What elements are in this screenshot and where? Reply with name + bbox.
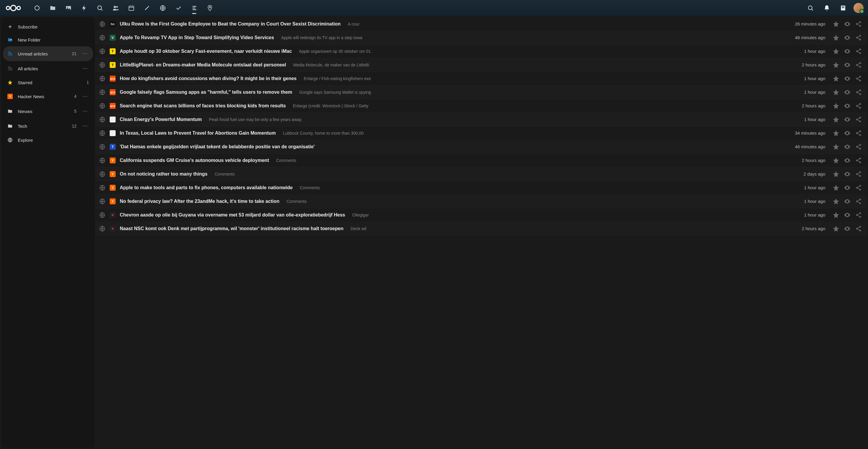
article-excerpt: Comments — [300, 185, 797, 190]
article-row[interactable]: arsHow do kingfishers avoid concussions … — [95, 72, 867, 85]
star-icon[interactable] — [832, 224, 840, 233]
app-tasks[interactable] — [171, 1, 186, 15]
sidebar-item-explore[interactable]: Explore — [3, 133, 93, 147]
share-icon[interactable] — [855, 20, 863, 28]
sidebar-item-hn[interactable]: YHacker News4 — [3, 89, 93, 104]
share-icon[interactable] — [855, 102, 863, 110]
eye-icon[interactable] — [843, 211, 851, 219]
eye-icon[interactable] — [843, 197, 851, 206]
more-icon[interactable] — [81, 122, 89, 130]
more-icon[interactable] — [81, 65, 89, 72]
share-icon[interactable] — [855, 170, 863, 178]
app-search-app[interactable] — [92, 1, 107, 15]
star-icon[interactable] — [832, 211, 840, 219]
sidebar-item-unread[interactable]: Unread articles21 — [3, 46, 93, 61]
app-world[interactable] — [155, 1, 170, 15]
star-icon[interactable] — [832, 129, 840, 137]
share-icon[interactable] — [855, 184, 863, 192]
share-icon[interactable] — [855, 224, 863, 233]
star-icon[interactable] — [832, 143, 840, 151]
eye-icon[interactable] — [843, 61, 851, 69]
subscribe-button[interactable]: Subscribe — [3, 20, 93, 33]
eye-icon[interactable] — [843, 170, 851, 178]
eye-icon[interactable] — [843, 88, 851, 96]
app-dashboard[interactable] — [30, 1, 44, 15]
star-icon[interactable] — [832, 61, 840, 69]
eye-icon[interactable] — [843, 47, 851, 56]
star-icon[interactable] — [832, 74, 840, 83]
article-row[interactable]: YCalifornia suspends GM Cruise's autonom… — [95, 154, 867, 167]
star-icon[interactable] — [832, 184, 840, 192]
article-row[interactable]: YOn not noticing rather too many thingsC… — [95, 167, 867, 181]
app-contacts[interactable] — [108, 1, 123, 15]
eye-icon[interactable] — [843, 20, 851, 28]
star-icon[interactable] — [832, 33, 840, 42]
star-icon[interactable] — [832, 20, 840, 28]
more-icon[interactable] — [81, 92, 89, 100]
app-activity[interactable] — [77, 1, 92, 15]
app-maps[interactable] — [203, 1, 217, 15]
share-icon[interactable] — [855, 33, 863, 42]
sidebar-item-count: 21 — [70, 51, 76, 56]
article-row[interactable]: Clean Energy's Powerful MomentumPeak fos… — [95, 113, 867, 126]
share-icon[interactable] — [855, 74, 863, 83]
article-row[interactable]: TLittleBigPlanet- en Dreams-maker Media … — [95, 58, 867, 72]
star-icon[interactable] — [832, 102, 840, 110]
article-row[interactable]: T'Dat Hamas enkele gegijzelden vrijlaat … — [95, 140, 867, 154]
unified-search-icon[interactable] — [805, 2, 816, 14]
sidebar-item-tech[interactable]: Tech12 — [3, 119, 93, 133]
article-row[interactable]: arsGoogle falsely flags Samsung apps as … — [95, 85, 867, 99]
share-icon[interactable] — [855, 47, 863, 56]
eye-icon[interactable] — [843, 102, 851, 110]
star-icon[interactable] — [832, 170, 840, 178]
article-row[interactable]: YApple to make tools and parts to fix ph… — [95, 181, 867, 194]
article-row[interactable]: hnUlku Rowe Is the First Google Employee… — [95, 17, 867, 31]
eye-icon[interactable] — [843, 129, 851, 137]
app-notes[interactable] — [140, 1, 154, 15]
star-icon[interactable] — [832, 47, 840, 56]
article-row[interactable]: arsSearch engine that scans billions of … — [95, 99, 867, 113]
more-icon[interactable] — [81, 107, 89, 115]
eye-icon[interactable] — [843, 184, 851, 192]
article-row[interactable]: YNo federal privacy law? After the 23and… — [95, 194, 867, 208]
article-row[interactable]: Naast NSC komt ook Denk met partijprogra… — [95, 222, 867, 236]
article-row[interactable]: Chevron aasde op olie bij Guyana via ove… — [95, 208, 867, 222]
new-folder-button[interactable]: New Folder — [3, 33, 93, 46]
app-files[interactable] — [45, 1, 60, 15]
app-photos[interactable] — [61, 1, 76, 15]
share-icon[interactable] — [855, 88, 863, 96]
contacts-menu-icon[interactable] — [837, 2, 849, 14]
article-row[interactable]: In Texas, Local Laws to Prevent Travel f… — [95, 126, 867, 140]
share-icon[interactable] — [855, 61, 863, 69]
article-row[interactable]: TApple houdt op 30 oktober Scary Fast-ev… — [95, 44, 867, 58]
app-news[interactable] — [187, 1, 202, 15]
eye-icon[interactable] — [843, 224, 851, 233]
app-calendar[interactable] — [124, 1, 139, 15]
nextcloud-logo[interactable] — [4, 4, 22, 12]
star-icon[interactable] — [832, 156, 840, 164]
share-icon[interactable] — [855, 115, 863, 124]
star-icon[interactable] — [832, 115, 840, 124]
sidebar-item-all[interactable]: All articles — [3, 61, 93, 76]
notifications-icon[interactable] — [821, 2, 833, 14]
eye-icon[interactable] — [843, 33, 851, 42]
sidebar-item-starred[interactable]: Starred1 — [3, 76, 93, 89]
eye-icon[interactable] — [843, 143, 851, 151]
share-icon[interactable] — [855, 156, 863, 164]
article-excerpt: Lubbock County, home to more than 300,00 — [283, 131, 788, 136]
eye-icon[interactable] — [843, 115, 851, 124]
more-icon[interactable] — [81, 50, 89, 58]
user-avatar[interactable] — [854, 3, 864, 13]
star-icon[interactable] — [832, 88, 840, 96]
share-icon[interactable] — [855, 129, 863, 137]
star-icon[interactable] — [832, 197, 840, 206]
svg-point-35 — [85, 96, 86, 97]
share-icon[interactable] — [855, 211, 863, 219]
eye-icon[interactable] — [843, 74, 851, 83]
share-icon[interactable] — [855, 143, 863, 151]
sidebar-item-nieuws[interactable]: Nieuws5 — [3, 104, 93, 119]
article-row[interactable]: VApple To Revamp TV App in Step Toward S… — [95, 31, 867, 44]
eye-icon[interactable] — [843, 156, 851, 164]
svg-point-101 — [859, 212, 861, 214]
share-icon[interactable] — [855, 197, 863, 206]
